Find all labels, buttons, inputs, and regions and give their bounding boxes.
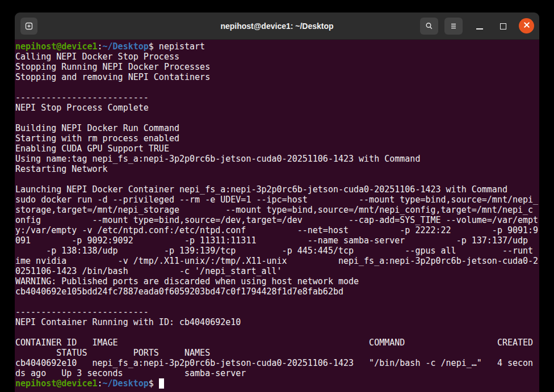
terminal-line: cb4040692e10 nepi_fs_a:nepi-3p2p0rc6b-je…: [15, 358, 539, 368]
terminal-line: STATUS PORTS NAMES: [15, 348, 539, 358]
terminal-line: --------------------------: [15, 92, 539, 103]
terminal-line: nepihost@device1:~/Desktop$ nepistart: [15, 41, 539, 52]
terminal-line: 091 -p 9092:9092 -p 11311:11311 --name s…: [15, 235, 539, 246]
menu-button[interactable]: [444, 18, 463, 35]
minimize-icon: [476, 28, 483, 29]
terminal-line: Calling NEPI Docker Stop Process: [15, 52, 539, 62]
maximize-button[interactable]: [496, 18, 510, 35]
terminal-line: 0251106-1423 /bin/bash -c '/nepi_start_a…: [15, 266, 539, 276]
terminal-line: cb4040692e105bdd24fc7887eada0f6059203bd4…: [15, 286, 539, 297]
terminal-line: WARNING: Published ports are discarded w…: [15, 276, 539, 286]
terminal-line: nepihost@device1:~/Desktop$: [15, 378, 539, 389]
terminal-window: nepihost@device1: ~/Desktop: [15, 12, 539, 392]
terminal-line: [15, 297, 539, 307]
terminal-line: Stopping and removing NEPI Contatiners: [15, 72, 539, 82]
minimize-button[interactable]: [472, 18, 487, 35]
terminal-screen[interactable]: nepihost@device1:~/Desktop$ nepistartCal…: [15, 40, 539, 392]
terminal-output: nepihost@device1:~/Desktop$ nepistartCal…: [15, 40, 539, 389]
close-icon: [523, 21, 531, 31]
terminal-line: Stopping Running NEPI Docker Processes: [15, 62, 539, 72]
search-icon: [425, 22, 434, 31]
terminal-line: [15, 327, 539, 338]
terminal-line: [15, 113, 539, 123]
new-tab-button[interactable]: [20, 18, 37, 35]
terminal-line: --------------------------: [15, 307, 539, 317]
terminal-line: sudo docker run -d --privileged --rm -e …: [15, 195, 539, 205]
terminal-line: Building NEPI Docker Run Command: [15, 123, 539, 133]
titlebar[interactable]: nepihost@device1: ~/Desktop: [15, 12, 539, 40]
terminal-line: Using name:tag nepi_fs_a:nepi-3p2p0rc6b-…: [15, 154, 539, 164]
terminal-line: ime nvidia -v /tmp/.X11-unix/:/tmp/.X11-…: [15, 256, 539, 266]
terminal-line: Enabling CUDA GPU Support TRUE: [15, 144, 539, 154]
terminal-line: NEPI Stop Process Complete: [15, 103, 539, 113]
terminal-line: NEPI Container Running with ID: cb404069…: [15, 317, 539, 327]
terminal-line: Restarting Network: [15, 164, 539, 174]
maximize-icon: [500, 23, 506, 29]
text-cursor: [159, 378, 164, 389]
desktop-background: { "window": { "title": "nepihost@device1…: [0, 0, 554, 392]
search-button[interactable]: [420, 18, 438, 35]
terminal-line: ds ago Up 3 seconds samba-server: [15, 368, 539, 378]
terminal-line: storage,target=/mnt/nepi_storage --mount…: [15, 205, 539, 215]
hamburger-icon: [449, 22, 458, 31]
close-button[interactable]: [519, 18, 534, 33]
terminal-line: -p 138:138/udp -p 139:139/tcp -p 445:445…: [15, 246, 539, 256]
terminal-line: CONTAINER ID IMAGE COMMAND CREATED: [15, 338, 539, 348]
terminal-line: Starting with rm process enabled: [15, 133, 539, 144]
tab-plus-icon: [24, 22, 33, 31]
terminal-line: onfig --mount type=bind,source=/dev,targ…: [15, 215, 539, 225]
terminal-line: y:/var/empty -v /etc/ntpd.conf:/etc/ntpd…: [15, 225, 539, 235]
terminal-line: Launching NEPI Docker Container nepi_fs_…: [15, 184, 539, 195]
terminal-line: [15, 174, 539, 184]
terminal-line: [15, 82, 539, 92]
